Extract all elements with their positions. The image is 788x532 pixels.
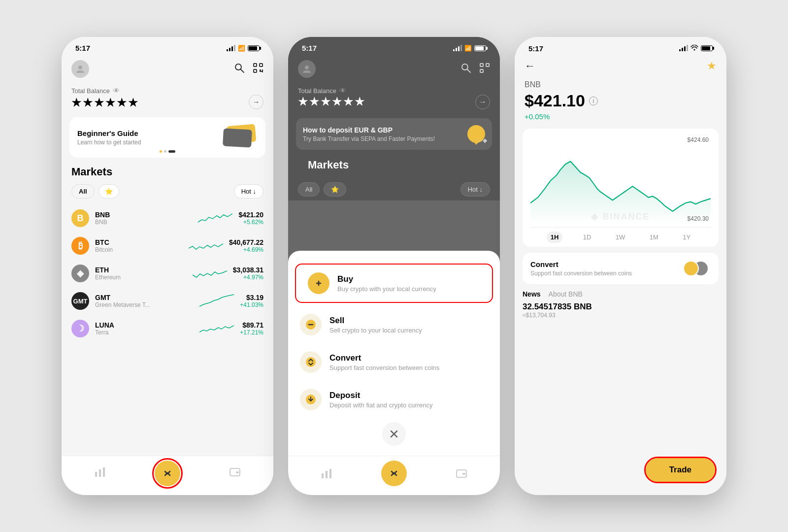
filter-left-2: All ⭐ [298, 182, 346, 197]
scan-icon-1[interactable] [253, 63, 263, 76]
coin-item-luna-1[interactable]: ☽ LUNA Terra $89.71 +17.21% [62, 315, 273, 342]
status-time-2: 5:17 [302, 44, 317, 52]
balance-arrow-1[interactable]: → [249, 95, 263, 109]
chart-icon-1 [94, 466, 106, 481]
coin-icon-gmt-1: GMT [71, 292, 89, 310]
svg-rect-27 [326, 471, 328, 478]
svg-line-16 [467, 69, 470, 72]
top-nav-1 [62, 55, 273, 83]
favorite-button-3[interactable]: ★ [707, 60, 717, 72]
svg-point-15 [462, 64, 468, 70]
svg-rect-9 [95, 472, 97, 477]
banner-2: How to deposit EUR & GBP Try Bank Transf… [288, 114, 500, 155]
wifi-icon-1: 📶 [238, 45, 245, 52]
coin-icon-bnb-1: B [71, 209, 89, 227]
coin-price-eth-1: $3,038.31 +4.97% [233, 266, 263, 281]
news-tabs-3: News About BNB [523, 290, 719, 298]
markets-section-2: Markets [288, 155, 500, 182]
time-1d-3[interactable]: 1D [579, 232, 595, 243]
trade-button-1[interactable] [155, 461, 180, 486]
svg-rect-4 [260, 64, 263, 66]
eye-icon-2: 👁 [339, 87, 346, 95]
status-icons-3 [679, 44, 713, 53]
markets-title-1: Markets [62, 166, 273, 184]
chart-bnb-1 [198, 210, 232, 227]
convert-section-3[interactable]: Convert Support fast conversion between … [523, 253, 719, 284]
filter-star-2: ⭐ [324, 182, 346, 197]
time-1m-3[interactable]: 1M [646, 232, 662, 243]
signal-icon-1 [227, 45, 235, 51]
buy-text: Buy Buy crypto with your local currency [337, 274, 436, 293]
menu-item-deposit[interactable]: Deposit Deposit with fiat and crypto cur… [288, 381, 500, 418]
convert-icon [300, 351, 322, 373]
status-bar-1: 5:17 📶 [62, 37, 273, 55]
balance-arrow-2: → [475, 95, 490, 109]
coin-item-btc-1[interactable]: ₿ BTC Bitcoin $40,677.22 +4.69% [62, 232, 273, 260]
back-button-3[interactable]: ← [525, 60, 535, 72]
menu-item-buy[interactable]: Buy Buy crypto with your local currency [295, 264, 493, 303]
battery-icon-1 [248, 45, 260, 51]
balance-section-2: Total Balance 👁 ★★★★★★ → [288, 83, 500, 114]
close-menu-button[interactable] [382, 422, 406, 446]
balance-stars-1: ★★★★★★ [71, 97, 139, 109]
filter-star-1[interactable]: ⭐ [98, 184, 119, 199]
balance-label-2: Total Balance 👁 [298, 87, 490, 95]
menu-card: → Buy Buy crypto with your local curren [288, 251, 500, 456]
coin-change-3: +0.05% [525, 112, 717, 121]
time-1y-3[interactable]: 1Y [679, 232, 694, 243]
banner-image-1 [223, 125, 258, 150]
phone-1: 5:17 📶 [62, 37, 273, 495]
avatar-1[interactable] [71, 60, 89, 78]
deposit-text: Deposit Deposit with fiat and crypto cur… [329, 391, 433, 409]
coin-bubble-gold-3 [683, 261, 699, 276]
trade-button-3[interactable]: Trade [646, 458, 715, 482]
binance-watermark-3: ◆ BINANCE [591, 211, 650, 222]
nav-chart-1[interactable] [66, 466, 134, 481]
time-1w-3[interactable]: 1W [612, 232, 629, 243]
news-tab-news-3[interactable]: News [523, 290, 541, 298]
banner-text-2: How to deposit EUR & GBP Try Bank Transf… [303, 126, 435, 142]
banner-1[interactable]: Beginner's Guide Learn how to get starte… [69, 117, 265, 158]
filter-hot-1[interactable]: Hot ↓ [234, 184, 263, 199]
status-time-1: 5:17 [75, 44, 90, 52]
menu-item-convert[interactable]: Convert Support fast conversion between … [288, 343, 500, 381]
time-1h-3[interactable]: 1H [547, 232, 563, 243]
coin-info-gmt-1: GMT Green Metaverse T... [95, 294, 194, 308]
coin-price-gmt-1: $3.19 +41.03% [240, 294, 263, 308]
nav-trade-1[interactable] [134, 458, 201, 489]
battery-icon-2 [474, 45, 486, 51]
search-icon-1[interactable] [234, 63, 245, 76]
coin-price-3: $421.10 i [525, 91, 717, 110]
menu-item-sell[interactable]: Sell Sell crypto to your local currency [288, 306, 500, 343]
svg-point-0 [78, 66, 82, 69]
svg-rect-10 [99, 469, 101, 477]
status-time-3: 5:17 [528, 44, 543, 53]
signal-icon-3 [679, 45, 688, 51]
news-section-3: News About BNB 32.54517835 BNB ≈$13,704.… [523, 290, 719, 319]
bnb-amount-3: 32.54517835 BNB [523, 302, 719, 312]
market-filters-1: All ⭐ Hot ↓ [62, 184, 273, 204]
bottom-nav-2 [288, 456, 500, 495]
coin-item-bnb-1[interactable]: B BNB BNB $421.20 +5.62% [62, 204, 273, 232]
nav-wallet-1[interactable] [201, 466, 268, 481]
filter-all-1[interactable]: All [71, 184, 95, 199]
svg-rect-11 [103, 467, 105, 477]
coin-info-luna-1: LUNA Terra [95, 321, 194, 336]
svg-rect-26 [322, 473, 324, 478]
svg-rect-18 [486, 64, 489, 66]
info-icon-3[interactable]: i [589, 97, 598, 105]
chart-low-label-3: $420.30 [688, 215, 709, 222]
banner-text-1: Beginner's Guide Learn how to get starte… [77, 129, 141, 146]
sell-text: Sell Sell crypto to your local currency [329, 316, 422, 334]
banner-inner-2: How to deposit EUR & GBP Try Bank Transf… [296, 118, 492, 150]
avatar-2 [298, 60, 316, 78]
nav-icons-1 [234, 63, 263, 76]
deposit-icon [300, 389, 322, 410]
coin-item-eth-1[interactable]: ◈ ETH Ethereum $3,038.31 +4.97% [62, 260, 273, 287]
battery-icon-3 [701, 45, 713, 51]
eye-icon-1[interactable]: 👁 [113, 87, 120, 95]
coin-item-gmt-1[interactable]: GMT GMT Green Metaverse T... $3.19 +41.0… [62, 287, 273, 315]
menu-item-buy-inner[interactable]: Buy Buy crypto with your local currency [296, 265, 492, 302]
news-tab-about-3[interactable]: About BNB [549, 290, 583, 298]
balance-stars-2: ★★★★★★ [298, 96, 366, 108]
